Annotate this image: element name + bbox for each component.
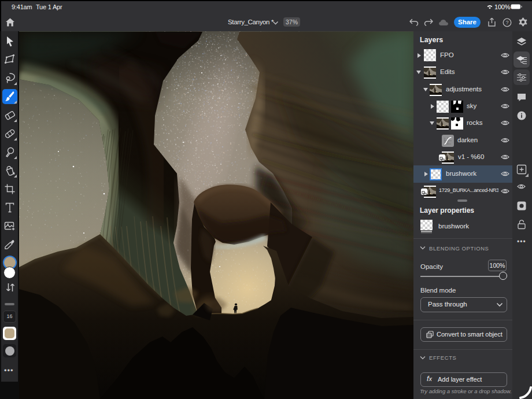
- svg-text:?: ?: [505, 20, 508, 25]
